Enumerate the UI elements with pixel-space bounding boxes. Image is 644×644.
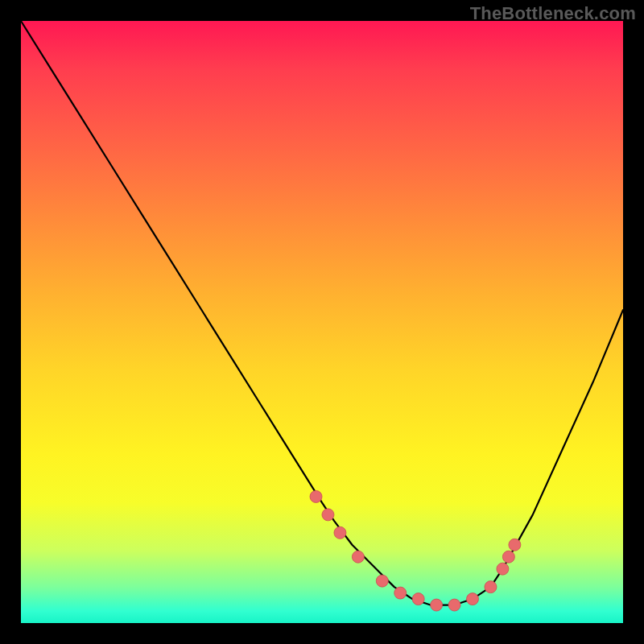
marker-dot — [322, 509, 334, 521]
marker-group — [310, 490, 521, 611]
chart-frame: TheBottleneck.com — [0, 0, 644, 644]
gradient-plot-area — [21, 21, 623, 623]
marker-dot — [502, 551, 514, 563]
marker-dot — [352, 551, 364, 563]
marker-dot — [431, 599, 443, 611]
marker-dot — [412, 593, 424, 605]
marker-dot — [485, 581, 497, 593]
marker-dot — [376, 575, 388, 587]
marker-dot — [394, 587, 407, 599]
marker-dot — [310, 490, 322, 502]
marker-dot — [467, 593, 479, 605]
marker-dot — [509, 539, 521, 551]
marker-dot — [448, 599, 460, 611]
marker-dot — [497, 563, 509, 575]
marker-dot — [334, 526, 346, 539]
bottleneck-curve — [21, 21, 623, 605]
curve-layer — [21, 21, 623, 623]
